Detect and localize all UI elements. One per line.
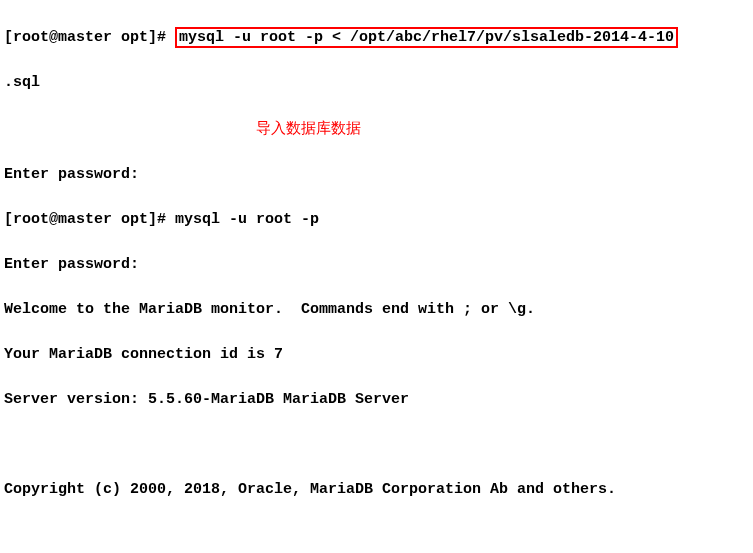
cmd-line-2: [root@master opt]# mysql -u root -p [4, 209, 749, 232]
copyright-line: Copyright (c) 2000, 2018, Oracle, MariaD… [4, 479, 749, 502]
welcome-line: Welcome to the MariaDB monitor. Commands… [4, 299, 749, 322]
highlighted-command-import: mysql -u root -p < /opt/abc/rhel7/pv/sls… [175, 27, 678, 48]
mysql-login-command: mysql -u root -p [175, 211, 319, 228]
cmd-line-1-cont: .sql [4, 72, 749, 95]
annotation-line-1: 导入数据库数据 [4, 117, 749, 142]
cmd-line-1: [root@master opt]# mysql -u root -p < /o… [4, 27, 749, 50]
server-version-line: Server version: 5.5.60-MariaDB MariaDB S… [4, 389, 749, 412]
connection-id-line: Your MariaDB connection id is 7 [4, 344, 749, 367]
blank-line [4, 434, 749, 457]
shell-prompt: [root@master opt]# [4, 29, 175, 46]
password-prompt-1: Enter password: [4, 164, 749, 187]
blank-line [4, 524, 749, 547]
password-prompt-2: Enter password: [4, 254, 749, 277]
shell-prompt: [root@master opt]# [4, 211, 175, 228]
import-annotation: 导入数据库数据 [256, 119, 361, 136]
terminal-output: [root@master opt]# mysql -u root -p < /o… [4, 4, 749, 553]
